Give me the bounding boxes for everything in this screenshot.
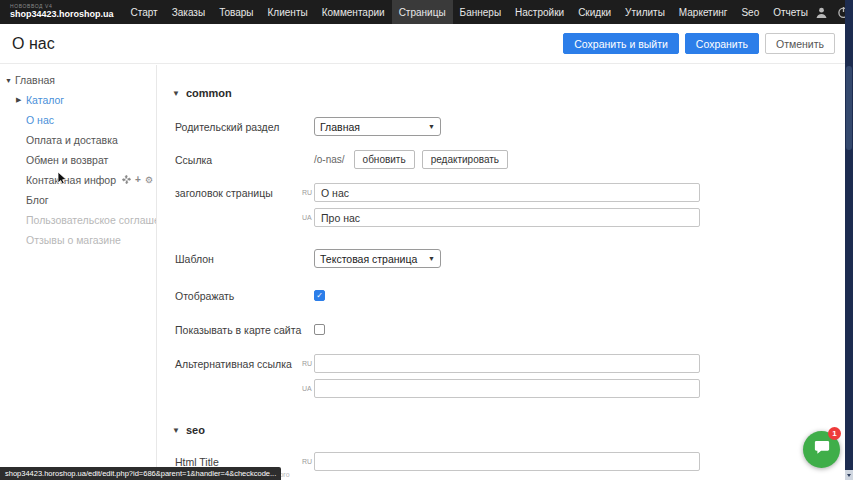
- sidebar-item-polzovatelskoe-soglashenie[interactable]: Пользовательское соглашение: [0, 210, 156, 230]
- chat-unread-badge: 1: [828, 427, 841, 440]
- link-value: /o-nas/: [314, 150, 345, 169]
- display-checkbox[interactable]: ✓: [314, 290, 325, 301]
- link-row: Ссылка /o-nas/ обновить редактировать: [158, 150, 845, 169]
- move-icon[interactable]: [122, 174, 131, 186]
- html-title-ru-input[interactable]: [314, 452, 700, 471]
- parent-section-label: Родительский раздел: [175, 117, 302, 136]
- caret-down-icon[interactable]: ▼: [5, 77, 15, 84]
- chevron-down-icon: ▼: [428, 123, 435, 130]
- page-title-ru-row: заголовок страницы RU: [158, 183, 845, 202]
- template-label: Шаблон: [175, 249, 302, 268]
- user-account-icon[interactable]: [815, 6, 828, 19]
- sidebar-item-blog[interactable]: Блог: [0, 190, 156, 210]
- sitemap-row: Показывать в карте сайта ✓: [158, 320, 845, 336]
- menu-item-stranitsy[interactable]: Страницы: [392, 0, 453, 24]
- page-title-ru-input[interactable]: [314, 183, 700, 202]
- menu-item-skidki[interactable]: Скидки: [571, 0, 618, 24]
- alt-link-label: Альтернативная ссылка: [175, 354, 302, 373]
- section-common[interactable]: ▼ common: [172, 87, 845, 99]
- alt-link-ua-input[interactable]: [314, 379, 700, 398]
- page-header: О нас Сохранить и выйти Сохранить Отмени…: [0, 24, 845, 64]
- chat-widget-button[interactable]: 1: [803, 431, 840, 468]
- page-title-label: заголовок страницы: [175, 183, 302, 202]
- lang-ru-label: RU: [302, 183, 314, 202]
- sidebar-item-otzyvy-o-magazine[interactable]: Отзывы о магазине: [0, 230, 156, 250]
- page-edit-form: ▼ common Родительский раздел Главная ▼ С…: [158, 65, 845, 480]
- settings-gear-icon[interactable]: ⚙: [145, 176, 153, 185]
- section-seo[interactable]: ▼ seo: [172, 424, 845, 436]
- sidebar-item-katalog[interactable]: ▶ Каталог: [0, 90, 156, 110]
- save-button[interactable]: Сохранить: [685, 33, 759, 54]
- sidebar-item-kontaktnaya-informatsiya[interactable]: Контактная инфор + ⚙: [0, 170, 156, 190]
- alt-link-ua-row: UA: [158, 379, 845, 398]
- caret-right-icon[interactable]: ▶: [16, 96, 26, 104]
- logo-shop-domain: shop34423.horoshop.ua: [10, 10, 114, 20]
- template-row: Шаблон Текстовая страница ▼: [158, 249, 845, 268]
- vertical-scrollbar[interactable]: [845, 0, 853, 480]
- chat-bubble-icon: [813, 440, 831, 460]
- menu-item-nastroyki[interactable]: Настройки: [508, 0, 571, 24]
- page-title-ua-row: UA: [158, 208, 845, 227]
- sidebar-item-oplata-i-dostavka[interactable]: Оплата и доставка: [0, 130, 156, 150]
- pages-tree-sidebar: ▼ Главная ▶ Каталог О нас Оплата и доста…: [0, 65, 157, 480]
- sitemap-checkbox[interactable]: ✓: [314, 324, 325, 335]
- section-collapse-icon: ▼: [172, 426, 180, 435]
- menu-item-klienty[interactable]: Клиенты: [261, 0, 315, 24]
- lang-ru-label: RU: [302, 354, 314, 373]
- sidebar-item-obmen-i-vozvrat[interactable]: Обмен и возврат: [0, 150, 156, 170]
- menu-item-kommentarii[interactable]: Комментарии: [315, 0, 392, 24]
- menu-item-start[interactable]: Старт: [124, 0, 165, 24]
- display-label: Отображать: [175, 286, 302, 302]
- menu-item-marketing[interactable]: Маркетинг: [672, 0, 735, 24]
- topbar: НОВОВВОД V4 shop34423.horoshop.ua Старт …: [0, 0, 853, 24]
- parent-section-select[interactable]: Главная ▼: [314, 117, 441, 136]
- lang-ua-label: UA: [302, 208, 314, 227]
- section-collapse-icon: ▼: [172, 89, 180, 98]
- link-label: Ссылка: [175, 150, 302, 169]
- menu-item-otchety[interactable]: Отчеты: [766, 0, 815, 24]
- save-and-exit-button[interactable]: Сохранить и выйти: [563, 33, 679, 54]
- template-select[interactable]: Текстовая страница ▼: [314, 249, 441, 268]
- topbar-menu: Старт Заказы Товары Клиенты Комментарии …: [124, 0, 815, 24]
- parent-section-row: Родительский раздел Главная ▼: [158, 117, 845, 136]
- page-title-ua-input[interactable]: [314, 208, 700, 227]
- cancel-button[interactable]: Отменить: [765, 33, 835, 54]
- lang-ru-label: RU: [302, 452, 314, 479]
- alt-link-ru-input[interactable]: [314, 354, 700, 373]
- scrollbar-thumb[interactable]: [846, 66, 852, 150]
- sidebar-item-glavnaya[interactable]: ▼ Главная: [0, 70, 156, 90]
- alt-link-ru-row: Альтернативная ссылка RU: [158, 354, 845, 373]
- browser-status-url: shop34423.horoshop.ua/edit/edit.php?id=6…: [0, 467, 281, 480]
- chevron-down-icon: ▼: [428, 255, 435, 262]
- menu-item-utility[interactable]: Утилиты: [618, 0, 672, 24]
- menu-item-tovary[interactable]: Товары: [212, 0, 260, 24]
- menu-item-bannery[interactable]: Баннеры: [453, 0, 508, 24]
- lang-ua-label: UA: [302, 379, 314, 398]
- add-page-icon[interactable]: +: [135, 175, 141, 185]
- sidebar-item-o-nas[interactable]: О нас: [0, 110, 156, 130]
- link-edit-button[interactable]: редактировать: [422, 150, 508, 169]
- link-update-button[interactable]: обновить: [354, 150, 415, 169]
- sitemap-label: Показывать в карте сайта: [175, 320, 302, 336]
- menu-item-zakazy[interactable]: Заказы: [165, 0, 212, 24]
- app-logo[interactable]: НОВОВВОД V4 shop34423.horoshop.ua: [0, 0, 124, 24]
- display-row: Отображать ✓: [158, 286, 845, 302]
- menu-item-seo[interactable]: Seo: [734, 0, 766, 24]
- scrollbar-down-arrow[interactable]: [845, 470, 853, 480]
- page-title: О нас: [12, 35, 55, 53]
